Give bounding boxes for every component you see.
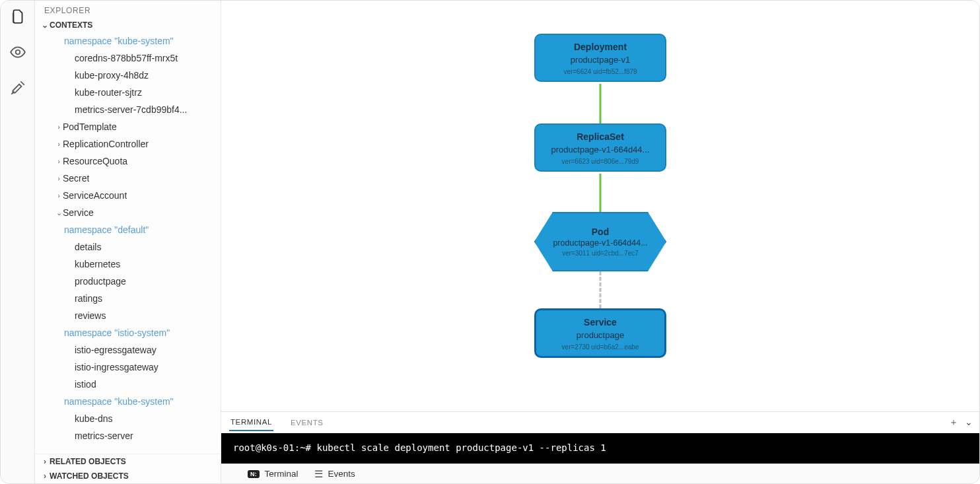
- namespace-header[interactable]: namespace "kube-system": [35, 393, 221, 410]
- tree-item-service[interactable]: reviews: [35, 307, 221, 324]
- tree-kind-service[interactable]: ⌄Service: [35, 204, 221, 221]
- status-terminal[interactable]: N: Terminal: [248, 469, 298, 479]
- tree-item-service[interactable]: productpage: [35, 273, 221, 290]
- tree-kind[interactable]: ›PodTemplate: [35, 118, 221, 135]
- node-name: productpage: [542, 330, 659, 340]
- node-meta: ver=6624 uid=fb52...f879: [541, 68, 660, 75]
- tree-item-service[interactable]: metrics-server: [35, 427, 221, 444]
- list-icon: ☰: [314, 468, 323, 480]
- chevron-down-icon: ⌄: [55, 209, 63, 217]
- tab-events[interactable]: EVENTS: [289, 415, 325, 431]
- node-meta: ver=6623 uid=806e...79d9: [541, 158, 660, 165]
- namespace-header[interactable]: namespace "istio-system": [35, 324, 221, 341]
- chevron-right-icon: ›: [55, 191, 63, 199]
- activity-bar: [1, 1, 35, 483]
- tree-item-service[interactable]: istio-ingressgateway: [35, 359, 221, 376]
- chevron-right-icon: ›: [40, 457, 50, 466]
- tree-kind[interactable]: ›Secret: [35, 170, 221, 187]
- node-meta: ver=2730 uid=b6a2...eabe: [542, 343, 659, 351]
- chevron-right-icon: ›: [55, 140, 63, 148]
- panel-add-icon[interactable]: ＋: [949, 417, 958, 429]
- app-root: EXPLORER ⌄ CONTEXTS namespace "kube-syst…: [0, 0, 980, 484]
- terminal-prompt: root@k0s-01:~#: [233, 442, 311, 453]
- tree-item-service[interactable]: details: [35, 238, 221, 256]
- chevron-right-icon: ›: [55, 174, 63, 182]
- panel-tabbar: TERMINAL EVENTS ＋ ⌄: [221, 412, 979, 433]
- tree-item-service[interactable]: kube-dns: [35, 410, 221, 427]
- tree-kind[interactable]: ›ServiceAccount: [35, 187, 221, 204]
- section-contexts[interactable]: ⌄ CONTEXTS: [35, 18, 221, 32]
- chevron-right-icon: ›: [55, 157, 63, 165]
- section-related-label: RELATED OBJECTS: [50, 457, 126, 466]
- graph-node-deployment[interactable]: Deployment productpage-v1 ver=6624 uid=f…: [534, 34, 666, 82]
- explorer-sidebar: EXPLORER ⌄ CONTEXTS namespace "kube-syst…: [35, 1, 221, 483]
- section-watched[interactable]: › WATCHED OBJECTS: [35, 469, 221, 483]
- terminal-badge-icon: N:: [248, 470, 260, 478]
- tree-item-service[interactable]: istio-egressgateway: [35, 341, 221, 359]
- section-contexts-label: CONTEXTS: [50, 20, 92, 30]
- section-related[interactable]: › RELATED OBJECTS: [35, 454, 221, 469]
- status-events[interactable]: ☰ Events: [314, 468, 355, 480]
- panel-collapse-icon[interactable]: ⌄: [965, 417, 973, 429]
- status-events-label: Events: [328, 469, 355, 479]
- section-watched-label: WATCHED OBJECTS: [50, 471, 129, 481]
- graph-edge: [600, 174, 602, 212]
- tree-item-pod[interactable]: kube-proxy-4h8dz: [35, 67, 221, 84]
- chevron-right-icon: ›: [55, 123, 63, 131]
- watch-activity-icon[interactable]: [9, 43, 27, 61]
- tree-item-pod[interactable]: coredns-878bb57ff-mrx5t: [35, 50, 221, 67]
- namespace-header[interactable]: namespace "kube-system": [35, 32, 221, 50]
- panel-actions: ＋ ⌄: [949, 417, 973, 429]
- tools-activity-icon[interactable]: [9, 79, 27, 97]
- tree-item-pod[interactable]: metrics-server-7cdb99bf4...: [35, 101, 221, 118]
- chevron-right-icon: ›: [40, 471, 50, 481]
- explorer-activity-icon[interactable]: [9, 7, 27, 26]
- svg-point-0: [15, 50, 20, 55]
- node-name: productpage-v1: [541, 55, 660, 65]
- tab-terminal[interactable]: TERMINAL: [229, 414, 273, 431]
- graph-canvas[interactable]: Deployment productpage-v1 ver=6624 uid=f…: [221, 1, 979, 411]
- tree-kind[interactable]: ›ReplicationController: [35, 135, 221, 153]
- status-bar: N: Terminal ☰ Events: [221, 464, 979, 483]
- terminal-output[interactable]: root@k0s-01:~# kubectl scale deployment …: [221, 433, 979, 464]
- contexts-tree: namespace "kube-system" coredns-878bb57f…: [35, 32, 221, 454]
- graph-edge: [600, 84, 602, 123]
- tree-kind[interactable]: ›ResourceQuota: [35, 153, 221, 170]
- node-type: Service: [542, 317, 659, 328]
- chevron-down-icon: ⌄: [40, 20, 50, 30]
- node-meta: ver=3011 uid=2cbd...7ec7: [541, 250, 660, 257]
- node-type: Deployment: [541, 42, 660, 52]
- node-type: ReplicaSet: [541, 131, 660, 142]
- main-content: Deployment productpage-v1 ver=6624 uid=f…: [221, 1, 979, 483]
- tree-item-service[interactable]: ratings: [35, 290, 221, 307]
- namespace-header[interactable]: namespace "default": [35, 221, 221, 238]
- bottom-panel: TERMINAL EVENTS ＋ ⌄ root@k0s-01:~# kubec…: [221, 411, 979, 483]
- tree-item-service[interactable]: kubernetes: [35, 256, 221, 273]
- tree-item-pod[interactable]: kube-router-sjtrz: [35, 84, 221, 101]
- tree-item-service[interactable]: istiod: [35, 376, 221, 393]
- graph-node-service[interactable]: Service productpage ver=2730 uid=b6a2...…: [534, 308, 666, 358]
- node-name: productpage-v1-664d44...: [541, 145, 660, 155]
- node-type: Pod: [541, 226, 660, 237]
- node-name: productpage-v1-664d44...: [541, 238, 660, 248]
- graph-edge-dashed: [600, 271, 602, 308]
- terminal-command: kubectl scale deployment productpage-v1 …: [316, 442, 606, 453]
- status-terminal-label: Terminal: [265, 469, 298, 479]
- explorer-title: EXPLORER: [35, 1, 221, 18]
- graph-node-pod[interactable]: Pod productpage-v1-664d44... ver=3011 ui…: [534, 212, 666, 271]
- graph-node-replicaset[interactable]: ReplicaSet productpage-v1-664d44... ver=…: [534, 123, 666, 172]
